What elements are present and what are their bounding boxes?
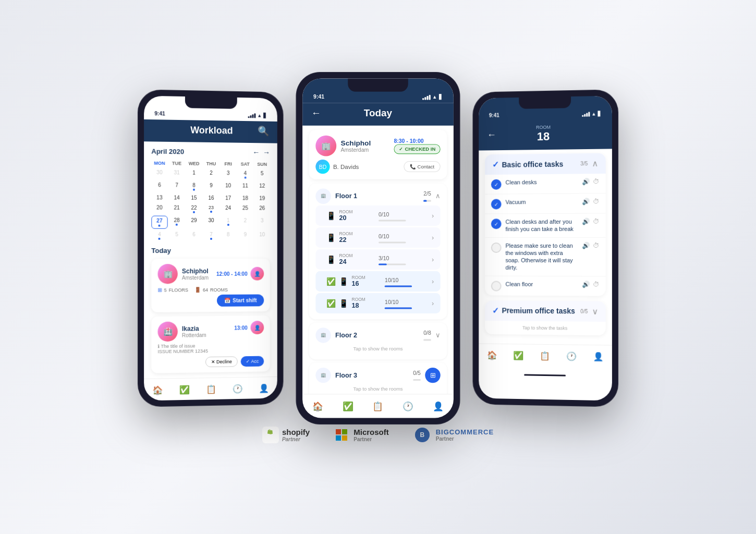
cal-day[interactable]: 13	[151, 193, 167, 202]
cal-day[interactable]: 7	[169, 180, 185, 192]
cal-day[interactable]: 1	[186, 168, 202, 180]
cal-day[interactable]: 12	[254, 181, 270, 193]
premium-tasks-header[interactable]: ✓ Premium office tasks 0/5 ∨	[485, 300, 606, 322]
volume-icon-4[interactable]: 🔊	[582, 242, 590, 249]
room-16-row[interactable]: ✅ 📱 ROOM 16 10/10 ›	[315, 271, 440, 292]
cal-day[interactable]: 22	[186, 203, 202, 215]
volume-icon[interactable]: 🔊	[582, 178, 590, 185]
cal-day[interactable]: 19	[254, 194, 270, 203]
floor-2-row[interactable]: 🏢 Floor 2 0/8 ∨ Tap to show the rooms	[309, 323, 447, 359]
nav-tasks-right[interactable]: ✅	[509, 348, 528, 363]
cal-day[interactable]: 6	[186, 230, 202, 241]
cal-day[interactable]: 2	[203, 168, 220, 180]
cal-day[interactable]: 17	[220, 193, 236, 202]
nav-profile-left[interactable]: 👤	[255, 381, 273, 396]
nav-home-left[interactable]: 🏠	[148, 383, 167, 398]
floor-3-row[interactable]: 🏢 Floor 3 0/5 ⊞ Tap to show the rooms	[309, 362, 447, 394]
cal-day[interactable]: 29	[186, 216, 202, 229]
cal-day[interactable]: 9	[237, 230, 253, 241]
cal-day[interactable]: 14	[169, 193, 185, 202]
cal-day-today[interactable]: 27	[151, 216, 167, 229]
cal-day[interactable]: 4	[151, 230, 167, 241]
accept-button[interactable]: ✓ Acc	[241, 356, 264, 367]
day-label-mon: MON	[151, 160, 167, 167]
cal-day[interactable]: 24	[220, 203, 236, 215]
cal-next-btn[interactable]: →	[263, 148, 270, 156]
room-18-row[interactable]: ✅ 📱 ROOM 18 10/10 ›	[315, 293, 440, 313]
cal-day[interactable]: 15	[186, 193, 202, 202]
cal-day[interactable]: 1	[220, 216, 236, 229]
task-check-clean-desks[interactable]: ✓	[491, 179, 502, 190]
room-22-row[interactable]: 📱 ROOM 22 0/10 ›	[315, 227, 440, 248]
timer-icon[interactable]: ⏱	[593, 178, 599, 185]
cal-day[interactable]: 20	[151, 203, 167, 214]
nav-reports-center[interactable]: 📋	[368, 399, 388, 415]
nav-reports-right[interactable]: 📋	[535, 349, 554, 364]
cal-day[interactable]: 10	[220, 181, 236, 192]
cal-day[interactable]: 23	[203, 203, 220, 215]
cal-day[interactable]: 30	[151, 168, 167, 179]
back-button-center[interactable]: ←	[311, 107, 321, 119]
cal-day[interactable]: 5	[254, 169, 270, 180]
nav-home-right[interactable]: 🏠	[483, 348, 501, 363]
nav-home-center[interactable]: 🏠	[308, 399, 327, 415]
cal-day[interactable]: 30	[203, 216, 220, 229]
cal-day[interactable]: 9	[203, 181, 220, 192]
cal-day[interactable]: 11	[237, 181, 253, 192]
cal-day[interactable]: 3	[254, 216, 270, 229]
start-shift-button[interactable]: 📅 Start shift	[217, 294, 264, 307]
timer-icon-2[interactable]: ⏱	[593, 198, 599, 205]
center-scroll[interactable]: 🏢 Schiphol Amsterdam 8:30 - 10:00 ✓ CHEC…	[302, 126, 454, 394]
floor-1-row[interactable]: 🏢 Floor 1 2/5 ∧	[309, 184, 447, 319]
timer-icon-5[interactable]: ⏱	[593, 281, 599, 288]
cal-day[interactable]: 21	[169, 203, 185, 215]
timer-icon-3[interactable]: ⏱	[593, 218, 599, 225]
nav-profile-right[interactable]: 👤	[589, 349, 608, 365]
task-check-windows[interactable]	[491, 242, 502, 253]
cal-day[interactable]: 25	[237, 203, 253, 215]
room-24-row[interactable]: 📱 ROOM 24 3/10 ›	[315, 249, 440, 270]
cal-day[interactable]: 8	[220, 230, 236, 241]
cal-day[interactable]: 8	[186, 181, 202, 192]
volume-icon-2[interactable]: 🔊	[582, 198, 590, 205]
cal-day[interactable]: 3	[220, 168, 236, 180]
nav-tasks-left[interactable]: ✅	[175, 383, 194, 398]
nav-time-center[interactable]: 🕐	[398, 399, 418, 415]
cal-day[interactable]: 16	[203, 193, 220, 202]
nav-tasks-center[interactable]: ✅	[338, 399, 358, 415]
timer-icon-4[interactable]: ⏱	[593, 242, 599, 249]
cal-day[interactable]: 7	[203, 230, 220, 241]
right-scroll[interactable]: ✓ Basic office tasks 3/5 ∧ ✓ Clean desks	[479, 149, 612, 345]
nav-time-left[interactable]: 🕐	[228, 382, 247, 397]
cal-day[interactable]: 18	[237, 193, 253, 202]
cal-day[interactable]: 2	[237, 216, 253, 229]
cal-day[interactable]: 28	[169, 216, 185, 229]
cal-prev-btn[interactable]: ←	[252, 148, 260, 156]
cal-day[interactable]: 31	[169, 168, 185, 179]
nav-time-right[interactable]: 🕐	[562, 349, 581, 365]
volume-icon-5[interactable]: 🔊	[582, 281, 590, 288]
decline-button[interactable]: ✕ Decline	[205, 356, 238, 367]
nav-reports-left[interactable]: 📋	[202, 382, 221, 398]
basic-tasks-header[interactable]: ✓ Basic office tasks 3/5 ∧	[485, 153, 606, 175]
cal-day[interactable]: 6	[151, 180, 167, 192]
task-check-break[interactable]: ✓	[491, 219, 502, 229]
search-icon-left[interactable]: 🔍	[258, 125, 269, 137]
task-check-vacuum[interactable]: ✓	[491, 199, 502, 210]
cal-day[interactable]: 4	[237, 169, 253, 180]
scan-fab-btn[interactable]: ⊞	[425, 367, 440, 382]
cal-day[interactable]: 26	[254, 203, 270, 215]
floor-3-icon: 🏢	[315, 367, 331, 382]
cal-day[interactable]: 5	[169, 230, 185, 241]
agent-row: BD B. Davids 📞 Contact	[315, 160, 440, 174]
cal-day[interactable]: 10	[254, 230, 270, 241]
room-20-row[interactable]: 📱 ROOM 20 0/10 ›	[315, 205, 440, 226]
nav-profile-center[interactable]: 👤	[429, 399, 448, 415]
contact-button[interactable]: 📞 Contact	[404, 161, 440, 172]
tasks-icon-left: ✅	[179, 385, 190, 395]
volume-icon-3[interactable]: 🔊	[582, 218, 590, 225]
back-button-right[interactable]: ←	[487, 129, 496, 140]
task-check-floor[interactable]	[491, 281, 502, 291]
workload-title: Workload	[165, 124, 258, 137]
task-title-break: Clean desks and after you finish you can…	[505, 218, 578, 233]
